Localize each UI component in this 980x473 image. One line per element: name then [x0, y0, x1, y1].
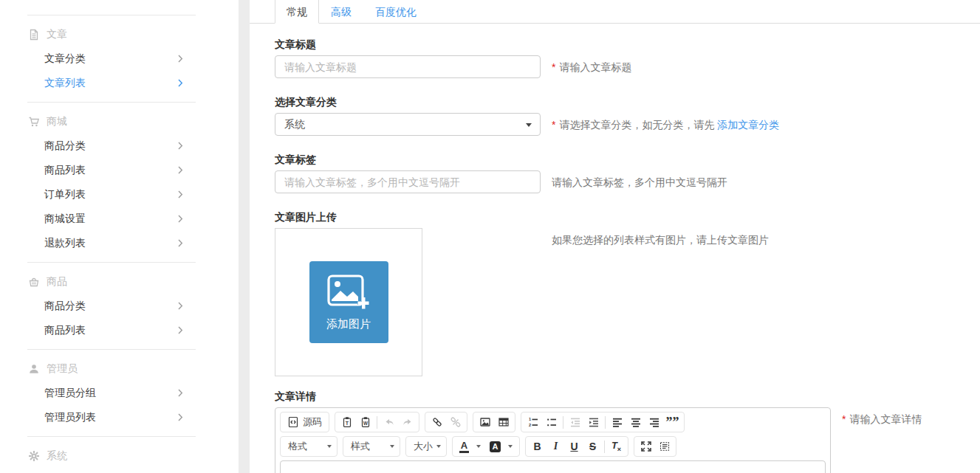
indent-button[interactable]: [584, 414, 603, 430]
undo-button[interactable]: [380, 414, 398, 430]
article-title-input[interactable]: [275, 55, 541, 78]
sidebar-item-article-list[interactable]: 文章列表: [0, 71, 239, 95]
main-content: 常规 高级 百度优化 文章标题 *请输入文章标题 选择文章分类 系统: [250, 0, 980, 473]
tab-baidu-seo[interactable]: 百度优化: [363, 0, 428, 23]
sidebar-section-mall[interactable]: 商城: [0, 109, 239, 134]
ordered-list-button[interactable]: 12: [524, 414, 542, 430]
sidebar-item-order-list[interactable]: 订单列表: [0, 182, 239, 207]
underline-button[interactable]: U: [565, 438, 583, 455]
sidebar-item-mall-settings[interactable]: 商城设置: [0, 207, 239, 231]
sidebar-divider: [27, 15, 196, 15]
add-image-icon: [326, 274, 371, 312]
article-detail-hint: *请输入文章详情: [842, 413, 922, 425]
add-article-category-link[interactable]: 添加文章分类: [717, 119, 779, 131]
tab-advanced[interactable]: 高级: [319, 0, 363, 23]
unordered-list-button[interactable]: [542, 414, 561, 430]
article-category-hint: *请选择文章分类，如无分类，请先 添加文章分类: [552, 119, 779, 131]
unlink-icon: [450, 416, 462, 428]
unordered-list-icon: [546, 416, 558, 428]
strikethrough-icon: S: [589, 441, 596, 452]
editor-toolbar-row-2: 格式 样式 大小: [280, 436, 826, 457]
link-icon: [431, 416, 443, 428]
sidebar-section-label: 商城: [47, 115, 67, 128]
rich-text-editor: 源码 T W: [275, 407, 831, 473]
sidebar-item-goods-list[interactable]: 商品列表: [0, 318, 239, 342]
sidebar-section-label: 商品: [47, 275, 67, 289]
show-blocks-button[interactable]: [655, 438, 674, 455]
outdent-icon: [569, 416, 581, 428]
paste-text-button[interactable]: T: [337, 414, 356, 430]
align-left-button[interactable]: [608, 414, 626, 430]
svg-text:W: W: [363, 421, 368, 426]
required-mark: *: [842, 413, 846, 425]
sidebar-section-admin[interactable]: 管理员: [0, 356, 239, 381]
redo-icon: [402, 416, 414, 428]
show-blocks-icon: [659, 441, 671, 452]
tab-bar: 常规 高级 百度优化: [250, 0, 980, 24]
chevron-right-icon: [178, 142, 183, 150]
caret-down-icon: [327, 445, 332, 448]
field-article-tags: 文章标签 请输入文章标签，多个用中文逗号隔开: [275, 153, 980, 193]
blockquote-button[interactable]: ””: [663, 414, 682, 430]
sidebar-item-admin-list[interactable]: 管理员列表: [0, 405, 239, 429]
article-category-label: 选择文章分类: [275, 96, 980, 108]
redo-button[interactable]: [398, 414, 417, 430]
unlink-button[interactable]: [446, 414, 465, 430]
blockquote-icon: ””: [666, 418, 679, 426]
chevron-right-icon: [178, 215, 183, 223]
sidebar-section-article[interactable]: 文章: [0, 22, 239, 46]
tab-general[interactable]: 常规: [275, 0, 319, 24]
chevron-right-icon: [178, 389, 183, 397]
article-category-select[interactable]: 系统: [275, 113, 541, 136]
sidebar-item-goods-category[interactable]: 商品分类: [0, 294, 239, 318]
style-dropdown[interactable]: 样式: [346, 438, 397, 455]
sidebar-item-refund-list[interactable]: 退款列表: [0, 231, 239, 255]
font-size-dropdown[interactable]: 大小: [408, 438, 444, 455]
sidebar-section-goods[interactable]: 商品: [0, 269, 239, 294]
maximize-button[interactable]: [637, 438, 655, 455]
chevron-right-icon: [178, 413, 183, 421]
text-color-button[interactable]: A: [455, 438, 485, 455]
image-upload-dropzone[interactable]: 添加图片: [275, 228, 422, 376]
source-code-button[interactable]: 源码: [283, 414, 326, 430]
article-image-hint: 如果您选择的列表样式有图片，请上传文章图片: [552, 234, 769, 246]
sidebar-section-system[interactable]: 系统: [0, 443, 239, 468]
caret-down-icon: [390, 445, 394, 448]
field-article-detail: 文章详情 源码 T: [275, 390, 980, 473]
field-article-title: 文章标题 *请输入文章标题: [275, 38, 980, 78]
background-color-button[interactable]: A: [485, 438, 517, 455]
italic-button[interactable]: I: [546, 438, 565, 455]
insert-table-icon: [498, 416, 510, 428]
remove-format-button[interactable]: T×: [607, 438, 626, 455]
source-code-icon: [287, 416, 299, 428]
sidebar-item-product-list[interactable]: 商品列表: [0, 158, 239, 182]
background-color-icon: A: [490, 441, 501, 452]
add-image-button[interactable]: 添加图片: [309, 261, 388, 343]
undo-icon: [383, 416, 395, 428]
sidebar-item-admin-group[interactable]: 管理员分组: [0, 381, 239, 405]
article-tags-input[interactable]: [275, 170, 541, 193]
caret-down-icon: [508, 445, 513, 448]
paste-word-button[interactable]: W: [356, 414, 374, 430]
format-dropdown[interactable]: 格式: [283, 438, 335, 455]
link-button[interactable]: [428, 414, 446, 430]
svg-text:1: 1: [529, 417, 531, 421]
svg-text:2: 2: [529, 423, 531, 427]
strikethrough-button[interactable]: S: [583, 438, 602, 455]
align-center-button[interactable]: [626, 414, 645, 430]
align-right-button[interactable]: [645, 414, 663, 430]
sidebar-item-product-category[interactable]: 商品分类: [0, 134, 239, 158]
sidebar-item-basic-info[interactable]: 基本信息: [0, 468, 239, 473]
sidebar-item-article-category[interactable]: 文章分类: [0, 46, 239, 71]
insert-image-button[interactable]: [476, 414, 494, 430]
text-color-icon: A: [459, 441, 469, 453]
sidebar-section-label: 系统: [47, 449, 67, 463]
insert-table-button[interactable]: [494, 414, 513, 430]
article-tags-hint: 请输入文章标签，多个用中文逗号隔开: [552, 176, 727, 188]
bold-button[interactable]: B: [528, 438, 546, 455]
editor-content-area[interactable]: [280, 460, 826, 473]
outdent-button[interactable]: [566, 414, 584, 430]
field-article-category: 选择文章分类 系统 *请选择文章分类，如无分类，请先 添加文章分类: [275, 96, 980, 136]
sidebar: 文章 文章分类 文章列表 商城 商品分类 商品列表 订单列表 商城设置 退款列表: [0, 0, 239, 473]
chevron-right-icon: [178, 190, 183, 198]
